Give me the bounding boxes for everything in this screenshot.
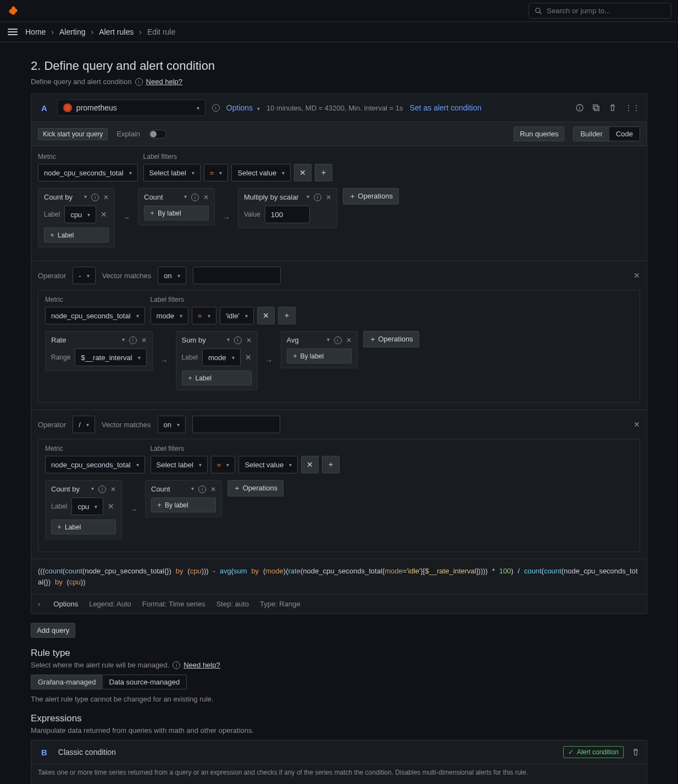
kickstart-button[interactable]: Kick start your query xyxy=(38,128,108,140)
trash-icon[interactable] xyxy=(631,748,640,757)
datasource-managed-tab[interactable]: Data source-managed xyxy=(103,675,187,689)
grafana-logo[interactable] xyxy=(7,4,20,18)
close-icon[interactable]: ✕ xyxy=(203,194,209,201)
info-icon[interactable]: i xyxy=(314,194,321,201)
chevron-down-icon[interactable]: ▾ xyxy=(227,336,230,344)
svg-line-1 xyxy=(540,12,542,14)
expr-ref-b[interactable]: B xyxy=(38,748,51,757)
by-label-button[interactable]: ＋ By label xyxy=(151,498,216,512)
info-icon[interactable]: i xyxy=(234,336,242,344)
add-operation-button[interactable]: ＋ Operations xyxy=(343,188,399,205)
code-tab[interactable]: Code xyxy=(609,127,640,141)
breadcrumb-alerting[interactable]: Alerting xyxy=(59,27,85,36)
breadcrumb-alert-rules[interactable]: Alert rules xyxy=(99,27,134,36)
chevron-down-icon[interactable]: ▾ xyxy=(327,336,330,344)
datasource-select[interactable]: prometheus ▾ xyxy=(57,100,205,116)
filter-op-select[interactable]: =▾ xyxy=(204,164,229,181)
duplicate-icon[interactable] xyxy=(592,103,601,112)
operator-select[interactable]: -▾ xyxy=(73,267,95,284)
info-icon[interactable]: i xyxy=(129,336,137,344)
remove-filter-button[interactable]: ✕ xyxy=(301,456,319,473)
filter-value-select[interactable]: Select value▾ xyxy=(238,456,298,473)
filter-value-select[interactable]: Select value▾ xyxy=(231,164,291,181)
builder-tab[interactable]: Builder xyxy=(574,127,609,141)
operator-select[interactable]: /▾ xyxy=(73,416,95,433)
metric-select[interactable]: node_cpu_seconds_total▾ xyxy=(45,307,145,324)
filter-op-select[interactable]: =▾ xyxy=(192,307,216,324)
vector-matches-input[interactable] xyxy=(192,416,280,433)
chevron-down-icon[interactable]: ▾ xyxy=(307,194,309,201)
info-icon[interactable] xyxy=(575,103,584,112)
by-label-button[interactable]: ＋ By label xyxy=(144,206,209,220)
op-label-select[interactable]: mode▾ xyxy=(202,349,241,366)
scalar-value-input[interactable] xyxy=(265,206,310,223)
need-help-link[interactable]: Need help? xyxy=(146,78,183,86)
expression-panel-b: B Classic condition ✓ Alert condition Ta… xyxy=(31,740,647,784)
close-icon[interactable]: ✕ xyxy=(101,210,107,219)
filter-value-select[interactable]: 'idle'▾ xyxy=(220,307,254,324)
add-filter-button[interactable]: ＋ xyxy=(322,456,340,473)
chevron-down-icon[interactable]: ▾ xyxy=(191,485,194,493)
add-filter-button[interactable]: ＋ xyxy=(315,164,332,181)
close-icon[interactable]: ✕ xyxy=(103,194,109,201)
filter-label-select[interactable]: mode▾ xyxy=(151,307,189,324)
op-label-select[interactable]: cpu▾ xyxy=(64,206,96,223)
close-icon[interactable]: ✕ xyxy=(633,271,640,280)
close-icon[interactable]: ✕ xyxy=(245,353,252,362)
close-icon[interactable]: ✕ xyxy=(210,485,216,493)
vector-matches-select[interactable]: on▾ xyxy=(158,267,186,284)
info-icon[interactable]: i xyxy=(191,194,199,201)
close-icon[interactable]: ✕ xyxy=(108,502,114,511)
filter-label-select[interactable]: Select label▾ xyxy=(151,456,208,473)
query-options-toggle[interactable]: Options ▾ xyxy=(226,103,260,112)
close-icon[interactable]: ✕ xyxy=(141,336,147,344)
search-input[interactable] xyxy=(547,7,665,15)
chevron-down-icon[interactable]: ▾ xyxy=(184,194,187,201)
chevron-down-icon[interactable]: ▾ xyxy=(91,485,94,493)
info-icon[interactable]: i xyxy=(91,194,99,201)
close-icon[interactable]: ✕ xyxy=(326,194,331,201)
metric-select[interactable]: node_cpu_seconds_total▾ xyxy=(38,164,138,181)
breadcrumb-home[interactable]: Home xyxy=(25,27,46,36)
add-label-button[interactable]: ＋ Label xyxy=(182,371,252,385)
info-icon[interactable]: i xyxy=(98,485,106,493)
menu-toggle[interactable] xyxy=(8,29,18,35)
close-icon[interactable]: ✕ xyxy=(633,420,640,429)
close-icon[interactable]: ✕ xyxy=(110,485,116,493)
info-icon[interactable]: i xyxy=(198,485,206,493)
alert-condition-badge[interactable]: ✓ Alert condition xyxy=(563,746,624,758)
query-ref-a[interactable]: A xyxy=(38,103,51,113)
set-alert-condition[interactable]: Set as alert condition xyxy=(410,103,482,112)
info-icon[interactable]: i xyxy=(334,336,342,344)
add-query-button[interactable]: Add query xyxy=(31,623,75,638)
close-icon[interactable]: ✕ xyxy=(246,336,252,344)
need-help-link[interactable]: Need help? xyxy=(184,661,220,669)
chevron-down-icon[interactable]: ▾ xyxy=(122,336,125,344)
filter-label-select[interactable]: Select label▾ xyxy=(143,164,201,181)
add-operation-button[interactable]: ＋ Operations xyxy=(363,331,419,347)
info-icon[interactable]: i xyxy=(212,104,220,112)
by-label-button[interactable]: ＋ By label xyxy=(287,349,352,363)
explain-toggle[interactable] xyxy=(149,130,166,139)
metric-select[interactable]: node_cpu_seconds_total▾ xyxy=(45,456,145,473)
vector-matches-select[interactable]: on▾ xyxy=(158,416,186,433)
add-label-button[interactable]: ＋ Label xyxy=(51,520,116,534)
add-label-button[interactable]: ＋ Label xyxy=(44,228,109,242)
filter-op-select[interactable]: =▾ xyxy=(211,456,236,473)
run-queries-button[interactable]: Run queries xyxy=(514,126,564,141)
chevron-right-icon[interactable]: › xyxy=(38,600,40,608)
vector-matches-input[interactable] xyxy=(193,267,281,284)
drag-handle-icon[interactable]: ⋮⋮ xyxy=(625,103,640,112)
range-select[interactable]: $__rate_interval▾ xyxy=(75,349,146,366)
global-search[interactable] xyxy=(529,3,671,19)
close-icon[interactable]: ✕ xyxy=(346,336,352,344)
options-toggle[interactable]: Options xyxy=(53,600,78,608)
trash-icon[interactable] xyxy=(608,103,617,112)
grafana-managed-tab[interactable]: Grafana-managed xyxy=(31,675,103,689)
remove-filter-button[interactable]: ✕ xyxy=(257,307,275,324)
chevron-down-icon[interactable]: ▾ xyxy=(84,194,87,201)
op-label-select[interactable]: cpu▾ xyxy=(71,498,103,515)
add-operation-button[interactable]: ＋ Operations xyxy=(227,480,284,496)
add-filter-button[interactable]: ＋ xyxy=(278,307,296,324)
remove-filter-button[interactable]: ✕ xyxy=(294,164,312,181)
